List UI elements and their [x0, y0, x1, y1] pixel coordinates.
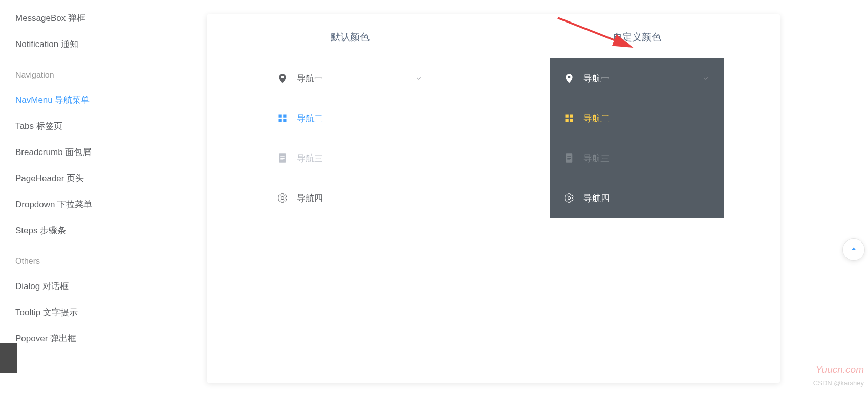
menu-default-nav1[interactable]: 导航一 [263, 58, 437, 98]
menu-item-label: 导航一 [583, 73, 610, 84]
menu-item-label: 导航三 [583, 152, 610, 164]
sidebar-item-notification[interactable]: Notification 通知 [15, 31, 174, 57]
sidebar-item-dropdown[interactable]: Dropdown 下拉菜单 [15, 191, 174, 217]
column-custom: 自定义颜色 导航一 导航二 导航三 [493, 14, 780, 383]
sidebar-item-dialog[interactable]: Dialog 对话框 [15, 273, 174, 299]
sidebar-item-tooltip[interactable]: Tooltip 文字提示 [15, 299, 174, 325]
sidebar-item-breadcrumb[interactable]: Breadcrumb 面包屑 [15, 139, 174, 165]
menu-item-label: 导航四 [297, 192, 323, 204]
menu-item-label: 导航二 [297, 113, 323, 124]
menu-item-label: 导航二 [583, 113, 610, 124]
menu-custom-nav1[interactable]: 导航一 [550, 58, 724, 98]
caret-up-icon [850, 245, 857, 254]
menu-item-label: 导航四 [583, 192, 610, 204]
column-custom-title: 自定义颜色 [510, 31, 764, 44]
chevron-down-icon [702, 75, 709, 82]
column-default: 默认颜色 导航一 导航二 导航三 [207, 14, 493, 383]
setting-icon [277, 193, 288, 203]
watermark-site: Yuucn.com [816, 364, 864, 376]
sidebar-item-pageheader[interactable]: PageHeader 页头 [15, 165, 174, 191]
document-icon [564, 153, 574, 163]
menu-icon [564, 113, 574, 123]
menu-default: 导航一 导航二 导航三 导航四 [263, 58, 437, 218]
sidebar-item-messagebox[interactable]: MessageBox 弹框 [15, 5, 174, 31]
watermark-csdn: CSDN @karshey [813, 379, 864, 387]
location-icon [564, 73, 574, 83]
document-icon [277, 153, 288, 163]
chevron-down-icon [415, 75, 422, 82]
sidebar-item-navmenu[interactable]: NavMenu 导航菜单 [15, 87, 174, 113]
sidebar-group-others: Others [15, 244, 174, 273]
menu-item-label: 导航三 [297, 152, 323, 164]
sidebar-item-tabs[interactable]: Tabs 标签页 [15, 113, 174, 139]
back-to-top-button[interactable] [842, 238, 865, 261]
sidebar: MessageBox 弹框 Notification 通知 Navigation… [0, 0, 174, 396]
menu-custom: 导航一 导航二 导航三 导航四 [550, 58, 724, 218]
menu-default-nav4[interactable]: 导航四 [263, 178, 437, 218]
sidebar-item-popover[interactable]: Popover 弹出框 [15, 325, 174, 351]
menu-custom-nav4[interactable]: 导航四 [550, 178, 724, 218]
main-content: 默认颜色 导航一 导航二 导航三 [207, 14, 780, 383]
sidebar-group-navigation: Navigation [15, 57, 174, 87]
setting-icon [564, 193, 574, 203]
menu-custom-nav3: 导航三 [550, 138, 724, 178]
menu-icon [277, 113, 288, 123]
menu-default-nav3: 导航三 [263, 138, 437, 178]
menu-custom-nav2[interactable]: 导航二 [550, 98, 724, 138]
menu-item-label: 导航一 [297, 73, 323, 84]
column-default-title: 默认颜色 [223, 31, 477, 44]
menu-default-nav2[interactable]: 导航二 [263, 98, 437, 138]
location-icon [277, 73, 288, 83]
bottom-square [0, 343, 17, 373]
sidebar-item-steps[interactable]: Steps 步骤条 [15, 217, 174, 244]
